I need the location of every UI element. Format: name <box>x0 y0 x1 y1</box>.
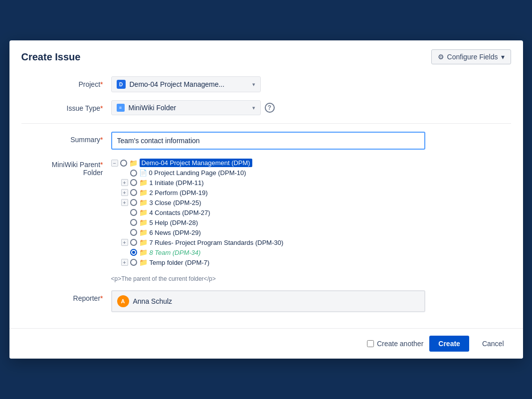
tree-item-label: 0 Project Landing Page (DPM-10) <box>149 169 246 177</box>
page-icon: 📄 <box>139 169 147 177</box>
tree-item-radio[interactable] <box>130 259 137 266</box>
modal-footer: Create another Create Cancel <box>9 328 523 359</box>
tree-item-radio[interactable] <box>130 170 137 177</box>
list-item[interactable]: + 📁 3 Close (DPM-25) <box>121 198 284 207</box>
miniwiki-tree-wrap: − 📁 Demo-04 Project Management (DPM) <box>111 158 511 282</box>
issue-type-label: Issue Type* <box>21 100 111 112</box>
tree-toggle-expand[interactable]: + <box>121 199 128 206</box>
tree-item-radio[interactable] <box>130 209 137 216</box>
gear-icon: ⚙ <box>438 53 444 61</box>
tree-toggle-empty <box>121 229 128 236</box>
reporter-input[interactable]: A Anna Schulz <box>111 290 425 312</box>
tree-item-radio[interactable] <box>130 219 137 226</box>
project-row: Project* D Demo-04 Project Manageme... ▾ <box>21 76 511 92</box>
tree-item-label: 1 Initiate (DPM-11) <box>150 179 204 187</box>
tree-toggle-empty <box>121 209 128 216</box>
tree-toggle-empty <box>121 249 128 256</box>
list-item[interactable]: 📁 8 Team (DPM-34) <box>121 247 284 257</box>
summary-row: Summary* <box>21 132 511 150</box>
tree-root-label[interactable]: Demo-04 Project Management (DPM) <box>140 159 252 167</box>
tree-toggle-expand[interactable]: + <box>121 259 128 266</box>
folder-yellow-icon: 📁 <box>139 238 148 246</box>
tree-item-label-green: 8 Team (DPM-34) <box>150 249 201 256</box>
create-another-wrap: Create another <box>367 340 423 348</box>
tree-item-radio[interactable] <box>130 199 137 206</box>
issue-type-dropdown-arrow: ▾ <box>252 105 255 111</box>
configure-fields-label: Configure Fields <box>447 53 498 61</box>
issue-type-select[interactable]: ≡ MiniWiki Folder ▾ <box>111 100 261 115</box>
list-item[interactable]: 📁 6 News (DPM-29) <box>121 227 284 237</box>
modal-overlay: Create Issue ⚙ Configure Fields ▾ Projec… <box>0 0 532 399</box>
summary-field-wrap <box>111 132 511 150</box>
create-button[interactable]: Create <box>429 336 469 352</box>
tree-item-label: 2 Perform (DPM-19) <box>150 189 208 197</box>
modal-title: Create Issue <box>21 51 81 63</box>
tree-toggle-expand[interactable]: + <box>121 179 128 186</box>
project-dropdown-arrow: ▾ <box>252 81 255 88</box>
list-item[interactable]: 📁 4 Contacts (DPM-27) <box>121 207 284 217</box>
folder-yellow-icon: 📁 <box>139 199 148 206</box>
list-item[interactable]: 📄 0 Project Landing Page (DPM-10) <box>121 168 284 178</box>
folder-yellow-icon: 📁 <box>139 189 148 197</box>
create-another-checkbox[interactable] <box>367 340 374 347</box>
tree-root-toggle[interactable]: − <box>111 160 118 167</box>
issue-type-row: Issue Type* ≡ MiniWiki Folder ▾ ? <box>21 100 511 115</box>
tree-root-radio[interactable] <box>120 160 127 167</box>
reporter-field-wrap: A Anna Schulz <box>111 290 511 312</box>
tree-item-label: 4 Contacts (DPM-27) <box>150 209 210 216</box>
folder-yellow-icon: 📁 <box>139 218 148 226</box>
tree-toggle-expand[interactable]: + <box>121 189 128 196</box>
tree-item-radio[interactable] <box>130 229 137 236</box>
folder-yellow-icon: 📁 <box>139 208 148 216</box>
reporter-avatar: A <box>117 295 129 307</box>
tree-toggle-expand[interactable]: + <box>121 239 128 246</box>
list-item[interactable]: 📁 5 Help (DPM-28) <box>121 217 284 227</box>
issue-type-field-wrap: ≡ MiniWiki Folder ▾ ? <box>111 100 511 115</box>
cancel-button[interactable]: Cancel <box>475 336 511 352</box>
issue-type-select-value: MiniWiki Folder <box>129 104 248 112</box>
folder-yellow-icon: 📁 <box>139 248 148 256</box>
tree-item-radio[interactable] <box>130 239 137 246</box>
reporter-value: Anna Schulz <box>133 297 173 305</box>
tree-item-label: 3 Close (DPM-25) <box>150 199 201 206</box>
project-icon: D <box>117 80 126 89</box>
list-item[interactable]: + 📁 2 Perform (DPM-19) <box>121 188 284 198</box>
tree-item-radio[interactable] <box>130 179 137 186</box>
miniwiki-parent-label: MiniWiki Parent* Folder <box>21 158 111 177</box>
list-item[interactable]: + 📁 7 Rules- Project Program Standards (… <box>121 237 284 247</box>
summary-label: Summary* <box>21 132 111 144</box>
project-select[interactable]: D Demo-04 Project Manageme... ▾ <box>111 76 261 92</box>
issue-type-icon: ≡ <box>117 104 125 112</box>
tree-item-label: 5 Help (DPM-28) <box>150 219 198 226</box>
tree-item-label: Temp folder (DPM-7) <box>150 259 210 266</box>
tree-item-label: 7 Rules- Project Program Standards (DPM-… <box>150 239 284 246</box>
list-item[interactable]: + 📁 1 Initiate (DPM-11) <box>121 178 284 188</box>
project-select-value: Demo-04 Project Manageme... <box>130 80 248 88</box>
summary-input[interactable] <box>111 132 425 150</box>
list-item[interactable]: + 📁 Temp folder (DPM-7) <box>121 257 284 267</box>
project-field-wrap: D Demo-04 Project Manageme... ▾ <box>111 76 511 92</box>
miniwiki-tree: − 📁 Demo-04 Project Management (DPM) <box>111 158 284 267</box>
form-divider <box>21 123 511 124</box>
help-icon[interactable]: ? <box>265 103 275 113</box>
chevron-down-icon: ▾ <box>501 53 505 61</box>
modal-header: Create Issue ⚙ Configure Fields ▾ <box>9 40 523 72</box>
tree-root-item[interactable]: − 📁 Demo-04 Project Management (DPM) <box>111 158 284 168</box>
modal-body: Project* D Demo-04 Project Manageme... ▾… <box>9 72 523 328</box>
tree-toggle-empty <box>121 219 128 226</box>
root-folder-icon: 📁 <box>129 159 138 167</box>
tree-item-radio[interactable] <box>130 189 137 196</box>
folder-yellow-icon: 📁 <box>139 179 148 187</box>
miniwiki-parent-row: MiniWiki Parent* Folder − 📁 Demo-04 Proj… <box>21 158 511 282</box>
tree-toggle-empty <box>121 170 128 177</box>
create-issue-modal: Create Issue ⚙ Configure Fields ▾ Projec… <box>9 40 523 359</box>
folder-yellow-icon: 📁 <box>139 258 148 266</box>
reporter-row: Reporter* A Anna Schulz <box>21 290 511 312</box>
folder-yellow-icon: 📁 <box>139 228 148 236</box>
reporter-label: Reporter* <box>21 290 111 302</box>
tree-item-label: 6 News (DPM-29) <box>150 229 201 236</box>
tree-item-radio-checked[interactable] <box>130 249 137 256</box>
create-another-label: Create another <box>377 340 423 348</box>
tree-children: 📄 0 Project Landing Page (DPM-10) + 📁 1 … <box>111 168 284 267</box>
configure-fields-button[interactable]: ⚙ Configure Fields ▾ <box>431 49 511 64</box>
